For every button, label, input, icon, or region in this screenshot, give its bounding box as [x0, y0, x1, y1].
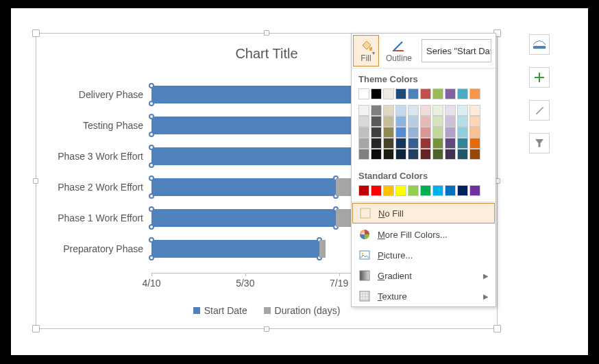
color-swatch[interactable] — [371, 127, 382, 138]
color-swatch[interactable] — [371, 138, 382, 149]
outline-tool-button[interactable]: Outline — [380, 34, 417, 68]
color-swatch[interactable] — [445, 127, 456, 138]
color-swatch[interactable] — [432, 88, 443, 99]
color-swatch[interactable] — [408, 105, 419, 116]
color-swatch[interactable] — [371, 116, 382, 127]
color-swatch[interactable] — [395, 105, 406, 116]
series-selection-handle[interactable] — [149, 114, 154, 119]
series-selection-handle[interactable] — [149, 255, 154, 260]
color-swatch[interactable] — [445, 88, 456, 99]
bar-start-date[interactable] — [151, 147, 382, 165]
color-swatch[interactable] — [457, 88, 468, 99]
color-swatch[interactable] — [432, 116, 443, 127]
color-swatch[interactable] — [457, 105, 468, 116]
bar-start-date[interactable] — [151, 209, 336, 227]
texture-fill-item[interactable]: Texture ▶ — [352, 286, 496, 306]
color-swatch[interactable] — [371, 88, 382, 99]
color-swatch[interactable] — [420, 149, 431, 160]
color-swatch[interactable] — [371, 105, 382, 116]
color-swatch[interactable] — [469, 116, 480, 127]
color-swatch[interactable] — [469, 185, 480, 196]
resize-handle-nw[interactable] — [32, 29, 40, 37]
series-selection-handle[interactable] — [149, 132, 154, 137]
series-selection-handle[interactable] — [149, 237, 154, 243]
series-selection-handle[interactable] — [149, 224, 154, 230]
series-selector[interactable]: Series "Start Da ▾ — [421, 39, 491, 62]
color-swatch[interactable] — [445, 185, 456, 196]
color-swatch[interactable] — [408, 138, 419, 149]
color-swatch[interactable] — [432, 149, 443, 160]
legend-item-start-date[interactable]: Start Date — [193, 305, 247, 316]
color-swatch[interactable] — [395, 127, 406, 138]
color-swatch[interactable] — [457, 116, 468, 127]
color-swatch[interactable] — [383, 116, 394, 127]
chart-filters-button[interactable] — [529, 133, 550, 154]
resize-handle-s[interactable] — [264, 326, 269, 332]
color-swatch[interactable] — [371, 149, 382, 160]
fill-tool-button[interactable]: ▾ Fill — [353, 35, 379, 66]
series-selection-handle[interactable] — [149, 145, 154, 150]
color-swatch[interactable] — [371, 185, 382, 196]
color-swatch[interactable] — [445, 116, 456, 127]
color-swatch[interactable] — [358, 149, 369, 160]
series-selection-handle[interactable] — [149, 101, 154, 106]
color-swatch[interactable] — [432, 185, 443, 196]
color-swatch[interactable] — [469, 127, 480, 138]
series-selection-handle[interactable] — [149, 162, 154, 168]
color-swatch[interactable] — [383, 185, 394, 196]
color-swatch[interactable] — [445, 149, 456, 160]
series-selection-handle[interactable] — [149, 175, 154, 181]
color-swatch[interactable] — [445, 138, 456, 149]
color-swatch[interactable] — [408, 149, 419, 160]
color-swatch[interactable] — [445, 105, 456, 116]
color-swatch[interactable] — [383, 149, 394, 160]
bar-start-date[interactable] — [151, 240, 319, 258]
color-swatch[interactable] — [432, 105, 443, 116]
color-swatch[interactable] — [358, 138, 369, 149]
color-swatch[interactable] — [383, 127, 394, 138]
bar-start-date[interactable] — [151, 178, 336, 196]
picture-fill-item[interactable]: Picture... — [352, 245, 496, 265]
series-selection-handle[interactable] — [149, 193, 154, 199]
resize-handle-sw[interactable] — [32, 325, 40, 332]
color-swatch[interactable] — [420, 105, 431, 116]
color-swatch[interactable] — [457, 185, 468, 196]
color-swatch[interactable] — [469, 88, 480, 99]
more-fill-colors-item[interactable]: More Fill Colors... — [352, 224, 496, 245]
no-fill-item[interactable]: No Fill — [352, 203, 495, 223]
color-swatch[interactable] — [383, 88, 394, 99]
color-swatch[interactable] — [383, 105, 394, 116]
resize-handle-n[interactable] — [264, 30, 269, 36]
series-selection-handle[interactable] — [149, 206, 154, 212]
color-swatch[interactable] — [395, 149, 406, 160]
color-swatch[interactable] — [408, 127, 419, 138]
color-swatch[interactable] — [432, 127, 443, 138]
color-swatch[interactable] — [358, 185, 369, 196]
bar-duration[interactable] — [319, 240, 326, 258]
color-swatch[interactable] — [457, 149, 468, 160]
color-swatch[interactable] — [358, 127, 369, 138]
color-swatch[interactable] — [420, 185, 431, 196]
color-swatch[interactable] — [395, 116, 406, 127]
color-swatch[interactable] — [395, 185, 406, 196]
color-swatch[interactable] — [457, 138, 468, 149]
color-swatch[interactable] — [358, 105, 369, 116]
color-swatch[interactable] — [420, 116, 431, 127]
color-swatch[interactable] — [383, 138, 394, 149]
gradient-fill-item[interactable]: Gradient ▶ — [352, 265, 496, 286]
color-swatch[interactable] — [469, 138, 480, 149]
color-swatch[interactable] — [358, 116, 369, 127]
resize-handle-se[interactable] — [493, 325, 501, 332]
color-swatch[interactable] — [469, 105, 480, 116]
color-swatch[interactable] — [420, 88, 431, 99]
series-selection-handle[interactable] — [149, 83, 154, 88]
color-swatch[interactable] — [469, 149, 480, 160]
color-swatch[interactable] — [395, 88, 406, 99]
color-swatch[interactable] — [432, 138, 443, 149]
color-swatch[interactable] — [408, 116, 419, 127]
color-swatch[interactable] — [420, 127, 431, 138]
color-swatch[interactable] — [408, 185, 419, 196]
legend-item-duration[interactable]: Duration (days) — [264, 305, 341, 316]
color-swatch[interactable] — [395, 138, 406, 149]
chart-styles-button[interactable] — [529, 100, 550, 121]
